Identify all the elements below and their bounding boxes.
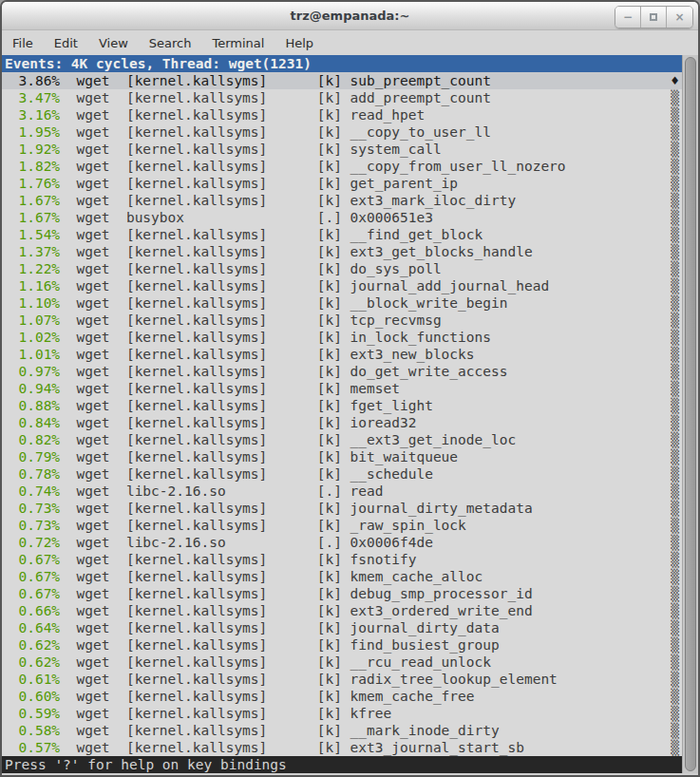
perf-symbol-row[interactable]: 1.10%wget[kernel.kallsyms][k]__block_wri…	[2, 294, 682, 312]
perf-symbol-row[interactable]: 0.73%wget[kernel.kallsyms][k]journal_dir…	[2, 500, 682, 517]
perf-symbol-row[interactable]: 0.74%wgetlibc-2.16.so[.]read ▒	[2, 483, 682, 500]
menu-item-help[interactable]: Help	[277, 32, 321, 54]
tui-scroll-marker: ▒	[671, 312, 679, 329]
overhead-percent: 1.10%	[2, 294, 60, 312]
shared-object: [kernel.kallsyms]	[126, 619, 317, 636]
perf-symbol-row[interactable]: 1.67%wget[kernel.kallsyms][k]ext3_mark_i…	[2, 192, 682, 209]
command-name: wget	[77, 551, 110, 568]
shared-object: [kernel.kallsyms]	[126, 431, 317, 448]
perf-symbol-row[interactable]: 0.67%wget[kernel.kallsyms][k]debug_smp_p…	[2, 585, 682, 602]
symbol-name: journal_add_journal_head	[350, 277, 550, 294]
tui-scroll-marker: ▒	[671, 688, 679, 705]
perf-symbol-row[interactable]: 0.72%wgetlibc-2.16.so[.]0x0006f4de ▒	[2, 534, 682, 551]
privilege-level: [k]	[317, 226, 342, 243]
perf-symbol-row[interactable]: 0.60%wget[kernel.kallsyms][k]kmem_cache_…	[2, 688, 682, 705]
scrollbar-track[interactable]	[682, 55, 698, 773]
perf-symbol-row[interactable]: 0.79%wget[kernel.kallsyms][k]bit_waitque…	[2, 448, 682, 465]
perf-symbol-row[interactable]: 0.62%wget[kernel.kallsyms][k]__rcu_read_…	[2, 654, 682, 671]
minimize-button[interactable]: −	[615, 7, 641, 28]
perf-symbol-row[interactable]: 1.76%wget[kernel.kallsyms][k]get_parent_…	[2, 175, 682, 192]
command-name: wget	[77, 329, 110, 346]
perf-symbol-row[interactable]: 0.84%wget[kernel.kallsyms][k]ioread32 ▒	[2, 414, 682, 431]
symbol-name: ext3_new_blocks	[350, 346, 475, 363]
menu-item-search[interactable]: Search	[142, 32, 199, 54]
symbol-name: ext3_get_blocks_handle	[350, 243, 533, 260]
shared-object: libc-2.16.so	[126, 483, 317, 500]
perf-symbol-row[interactable]: 0.57%wget[kernel.kallsyms][k]ext3_journa…	[2, 739, 682, 756]
perf-symbol-row[interactable]: 1.01%wget[kernel.kallsyms][k]ext3_new_bl…	[2, 346, 682, 363]
overhead-percent: 0.84%	[2, 414, 60, 431]
perf-symbol-row[interactable]: 0.62%wget[kernel.kallsyms][k]find_busies…	[2, 636, 682, 654]
command-name: wget	[77, 363, 110, 380]
perf-symbol-row[interactable]: 1.02%wget[kernel.kallsyms][k]in_lock_fun…	[2, 329, 682, 346]
title-bar[interactable]: trz@empanada:~ − ×	[2, 2, 698, 30]
perf-symbol-row[interactable]: 1.82%wget[kernel.kallsyms][k]__copy_from…	[2, 158, 682, 175]
overhead-percent: 0.59%	[2, 705, 60, 722]
menu-item-file[interactable]: File	[5, 32, 41, 54]
perf-symbol-row[interactable]: 1.37%wget[kernel.kallsyms][k]ext3_get_bl…	[2, 243, 682, 260]
perf-symbol-row[interactable]: 1.22%wget[kernel.kallsyms][k]do_sys_poll…	[2, 260, 682, 277]
tui-scroll-marker: ▒	[671, 602, 679, 619]
menu-item-view[interactable]: View	[91, 32, 136, 54]
symbol-name: __copy_from_user_ll_nozero	[350, 158, 566, 175]
maximize-button[interactable]	[641, 7, 667, 28]
perf-symbol-row[interactable]: 1.92%wget[kernel.kallsyms][k]system_call…	[2, 141, 682, 158]
scrollbar-thumb[interactable]	[685, 57, 696, 771]
menu-item-edit[interactable]: Edit	[47, 32, 85, 54]
privilege-level: [k]	[317, 346, 342, 363]
perf-symbol-list: 3.86%wget[kernel.kallsyms][k]sub_preempt…	[2, 72, 682, 756]
perf-symbol-row[interactable]: 0.67%wget[kernel.kallsyms][k]fsnotify ▒	[2, 551, 682, 568]
tui-scroll-marker: ▒	[671, 209, 679, 226]
menu-bar: FileEditViewSearchTerminalHelp	[2, 30, 698, 55]
close-button[interactable]: ×	[667, 7, 692, 28]
privilege-level: [.]	[317, 209, 342, 226]
perf-symbol-row[interactable]: 1.67%wgetbusybox[.]0x000651e3 ▒	[2, 209, 682, 226]
perf-symbol-row[interactable]: 1.07%wget[kernel.kallsyms][k]tcp_recvmsg…	[2, 312, 682, 329]
perf-symbol-row[interactable]: 0.61%wget[kernel.kallsyms][k]radix_tree_…	[2, 671, 682, 688]
menu-item-terminal[interactable]: Terminal	[204, 32, 272, 54]
perf-symbol-row[interactable]: 0.88%wget[kernel.kallsyms][k]fget_light …	[2, 397, 682, 414]
window-controls: − ×	[615, 6, 693, 28]
symbol-name: journal_dirty_data	[350, 619, 500, 636]
command-name: wget	[77, 175, 110, 192]
symbol-name: kmem_cache_free	[350, 688, 475, 705]
perf-symbol-row[interactable]: 0.94%wget[kernel.kallsyms][k]memset ▒	[2, 380, 682, 397]
shared-object: [kernel.kallsyms]	[126, 277, 317, 294]
perf-symbol-row[interactable]: 0.59%wget[kernel.kallsyms][k]kfree ▒	[2, 705, 682, 722]
perf-symbol-row[interactable]: 0.73%wget[kernel.kallsyms][k]_raw_spin_l…	[2, 517, 682, 534]
shared-object: [kernel.kallsyms]	[126, 654, 317, 671]
command-name: wget	[77, 654, 110, 671]
perf-symbol-row[interactable]: 1.54%wget[kernel.kallsyms][k]__find_get_…	[2, 226, 682, 243]
perf-symbol-row[interactable]: 1.16%wget[kernel.kallsyms][k]journal_add…	[2, 277, 682, 294]
perf-symbol-row[interactable]: 1.95%wget[kernel.kallsyms][k]__copy_to_u…	[2, 123, 682, 141]
perf-symbol-row[interactable]: 0.97%wget[kernel.kallsyms][k]do_get_writ…	[2, 363, 682, 380]
perf-symbol-row[interactable]: 0.66%wget[kernel.kallsyms][k]ext3_ordere…	[2, 602, 682, 619]
overhead-percent: 0.72%	[2, 534, 60, 551]
perf-symbol-row[interactable]: 0.58%wget[kernel.kallsyms][k]__mark_inod…	[2, 722, 682, 739]
tui-scroll-marker: ▒	[671, 294, 679, 312]
privilege-level: [k]	[317, 277, 342, 294]
perf-symbol-row[interactable]: 3.47%wget[kernel.kallsyms][k]add_preempt…	[2, 89, 682, 106]
shared-object: [kernel.kallsyms]	[126, 243, 317, 260]
tui-scroll-marker: ▒	[671, 158, 679, 175]
tui-scroll-marker: ▒	[671, 414, 679, 431]
command-name: wget	[77, 397, 110, 414]
overhead-percent: 1.67%	[2, 209, 60, 226]
tui-scroll-marker: ▒	[671, 517, 679, 534]
overhead-percent: 1.02%	[2, 329, 60, 346]
overhead-percent: 0.64%	[2, 619, 60, 636]
command-name: wget	[77, 294, 110, 312]
overhead-percent: 1.22%	[2, 260, 60, 277]
terminal-screen[interactable]: Events: 4K cycles, Thread: wget(1231) 3.…	[2, 55, 698, 773]
overhead-percent: 0.73%	[2, 500, 60, 517]
shared-object: libc-2.16.so	[126, 534, 317, 551]
perf-symbol-row[interactable]: 3.16%wget[kernel.kallsyms][k]read_hpet ▒	[2, 106, 682, 123]
perf-symbol-row[interactable]: 3.86%wget[kernel.kallsyms][k]sub_preempt…	[2, 72, 682, 89]
shared-object: [kernel.kallsyms]	[126, 397, 317, 414]
symbol-name: do_get_write_access	[350, 363, 508, 380]
perf-symbol-row[interactable]: 0.67%wget[kernel.kallsyms][k]kmem_cache_…	[2, 568, 682, 585]
perf-symbol-row[interactable]: 0.78%wget[kernel.kallsyms][k]__schedule …	[2, 465, 682, 483]
perf-symbol-row[interactable]: 0.64%wget[kernel.kallsyms][k]journal_dir…	[2, 619, 682, 636]
perf-symbol-row[interactable]: 0.82%wget[kernel.kallsyms][k]__ext3_get_…	[2, 431, 682, 448]
privilege-level: [k]	[317, 568, 342, 585]
